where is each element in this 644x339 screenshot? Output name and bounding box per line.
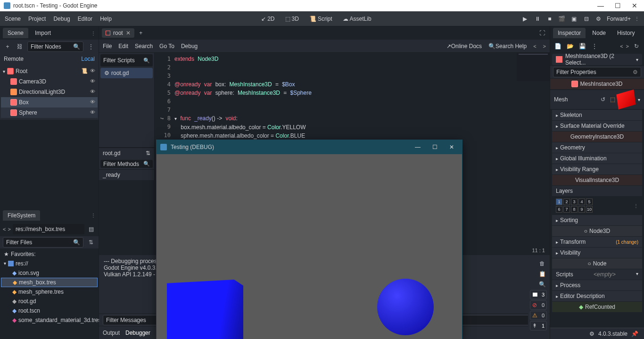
- class-header-node3d[interactable]: ○ Node3D: [552, 226, 642, 236]
- maximize-button[interactable]: ☐: [612, 2, 623, 9]
- filter-methods-input[interactable]: Filter Methods🔍: [100, 160, 153, 168]
- new-tab-button[interactable]: +: [136, 28, 146, 38]
- error-count[interactable]: ⯀3: [530, 290, 547, 299]
- game-maximize-button[interactable]: ☐: [428, 144, 441, 150]
- play-project-button[interactable]: ▶: [521, 15, 529, 23]
- minimize-button[interactable]: —: [595, 2, 606, 9]
- method-list-item[interactable]: _ready: [99, 169, 154, 180]
- editor-tab-root[interactable]: root ✕: [102, 28, 134, 38]
- mode-assetlib[interactable]: ☁AssetLib: [340, 14, 374, 24]
- sect-process[interactable]: ▸Process: [552, 280, 642, 290]
- script-nav-fwd[interactable]: >: [543, 43, 546, 49]
- menu-editor[interactable]: Editor: [78, 16, 92, 22]
- tab-scene[interactable]: Scene: [3, 28, 28, 38]
- play-scene-button[interactable]: 🎬: [558, 15, 566, 23]
- scene-node-box[interactable]: Box👁: [1, 97, 98, 107]
- tab-history[interactable]: History: [612, 28, 639, 38]
- sect-gi[interactable]: ▸Global Illumination: [552, 153, 642, 164]
- layer-3[interactable]: 3: [571, 198, 578, 205]
- insp-fwd-button[interactable]: >: [626, 43, 629, 49]
- online-docs-button[interactable]: ↗Online Docs: [446, 43, 482, 50]
- local-toggle[interactable]: Local: [81, 56, 95, 62]
- rendering-button[interactable]: ⚙: [594, 15, 603, 23]
- search-help-button[interactable]: 🔍Search Help: [488, 43, 527, 50]
- favorites-row[interactable]: ★ Favorites:: [1, 249, 98, 259]
- script-menu-file[interactable]: File: [103, 43, 112, 50]
- insp-load-button[interactable]: 📂: [565, 41, 575, 51]
- script-name-row[interactable]: root.gd⇅: [99, 148, 154, 158]
- remote-toggle[interactable]: Remote: [4, 56, 24, 62]
- file-some_standard_material_3d-tres[interactable]: ◆ some_standard_material_3d.tres: [1, 315, 98, 325]
- tab-filesystem[interactable]: FileSystem: [3, 210, 40, 221]
- class-header-refcounted[interactable]: ◆ RefCounted: [552, 302, 642, 312]
- file-root-gd[interactable]: ◆ root.gd: [1, 297, 98, 306]
- dock-menu-icon[interactable]: ⋮: [91, 31, 96, 36]
- bottom-tab-output[interactable]: Output: [103, 330, 120, 336]
- filter-nodes-input[interactable]: Filter Nodes🔍: [27, 41, 83, 52]
- game-minimize-button[interactable]: —: [411, 144, 424, 150]
- fs-split-button[interactable]: ▤: [86, 224, 96, 234]
- layer-2[interactable]: 2: [563, 198, 570, 205]
- menu-scene[interactable]: Scene: [5, 16, 21, 22]
- insp-save-button[interactable]: 💾: [578, 41, 587, 51]
- class-header-meshinstance3d[interactable]: MeshInstance3D: [550, 79, 644, 89]
- tab-close-icon[interactable]: ✕: [126, 30, 131, 36]
- menu-project[interactable]: Project: [28, 16, 46, 22]
- fs-sort-button[interactable]: ⇅: [86, 238, 96, 247]
- sect-transform[interactable]: ▸Transform(1 change): [552, 237, 642, 247]
- prop-mesh-reset[interactable]: ↺: [598, 95, 608, 104]
- scene-node-sphere[interactable]: Sphere👁: [1, 107, 98, 118]
- sect-visibility[interactable]: ▸Visibility: [552, 248, 642, 258]
- prop-mesh-res-icon[interactable]: ⬚: [608, 95, 617, 104]
- filter-properties-input[interactable]: Filter Properties⚙: [553, 67, 641, 77]
- movie-mode-button[interactable]: ⊟: [582, 15, 591, 23]
- mode-script[interactable]: 📜Script: [306, 14, 335, 24]
- error-x-count[interactable]: ⊘0: [530, 300, 547, 310]
- layer-9[interactable]: 9: [578, 206, 585, 213]
- tab-import[interactable]: Import: [30, 28, 56, 38]
- mode-2d[interactable]: ↙2D: [258, 14, 277, 24]
- link-node-button[interactable]: ⛓: [15, 42, 25, 51]
- warning-count[interactable]: ⚠0: [530, 311, 547, 320]
- renderer-select[interactable]: Forward+: [607, 16, 631, 22]
- stop-button[interactable]: ■: [545, 15, 554, 23]
- mode-3d[interactable]: ⬚3D: [282, 14, 302, 24]
- file-mesh_sphere-tres[interactable]: ◆ mesh_sphere.tres: [1, 287, 98, 297]
- menu-help[interactable]: Help: [100, 16, 112, 22]
- fs-dock-menu-icon[interactable]: ⋮: [91, 213, 96, 218]
- bottom-tab-debugger[interactable]: Debugger: [125, 330, 150, 336]
- layer-5[interactable]: 5: [586, 198, 593, 205]
- sect-surface-material[interactable]: ▸Surface Material Override: [552, 121, 642, 131]
- fs-fwd-button[interactable]: >: [8, 226, 10, 232]
- script-nav-back[interactable]: <: [533, 43, 536, 49]
- script-list-item[interactable]: ⚙ root.gd: [100, 68, 153, 78]
- sect-sorting[interactable]: ▸Sorting: [552, 215, 642, 225]
- mesh-preview[interactable]: [616, 90, 636, 109]
- close-button[interactable]: ✕: [629, 2, 640, 9]
- scene-menu-icon[interactable]: ⋮: [86, 42, 96, 51]
- file-icon-svg[interactable]: ◆ icon.svg: [1, 268, 98, 278]
- layer-7[interactable]: 7: [563, 206, 570, 213]
- menu-debug[interactable]: Debug: [53, 16, 70, 22]
- sect-skeleton[interactable]: ▸Skeleton: [552, 110, 642, 120]
- filter-scripts-input[interactable]: Filter Scripts🔍: [100, 54, 153, 66]
- class-header-visualinstance3d[interactable]: VisualInstance3D: [552, 175, 642, 185]
- add-node-button[interactable]: +: [3, 42, 12, 51]
- layer-10[interactable]: 10: [586, 206, 593, 213]
- sect-editor-desc[interactable]: ▸Editor Description: [552, 291, 642, 301]
- insp-menu-icon[interactable]: ⋮: [590, 41, 599, 51]
- copy-output-button[interactable]: 📋: [537, 269, 547, 279]
- script-menu-search[interactable]: Search: [135, 43, 153, 50]
- layers-menu-icon[interactable]: ⋮: [634, 203, 638, 208]
- scene-node-root[interactable]: ▾Root📜👁: [1, 66, 98, 76]
- fs-path[interactable]: res://mesh_box.tres: [13, 224, 84, 234]
- fs-back-button[interactable]: <: [3, 226, 6, 232]
- pause-button[interactable]: ⏸: [533, 15, 542, 23]
- insp-back-button[interactable]: <: [620, 43, 623, 49]
- search-output-button[interactable]: 🔍: [537, 280, 547, 289]
- minimap[interactable]: [517, 53, 550, 81]
- game-window[interactable]: Testing (DEBUG) — ☐ ✕: [156, 140, 462, 339]
- filter-files-input[interactable]: Filter Files🔍: [3, 237, 83, 248]
- tab-inspector[interactable]: Inspector: [553, 28, 586, 38]
- code-editor[interactable]: extends Node3D @onready var box: MeshIns…: [174, 53, 550, 147]
